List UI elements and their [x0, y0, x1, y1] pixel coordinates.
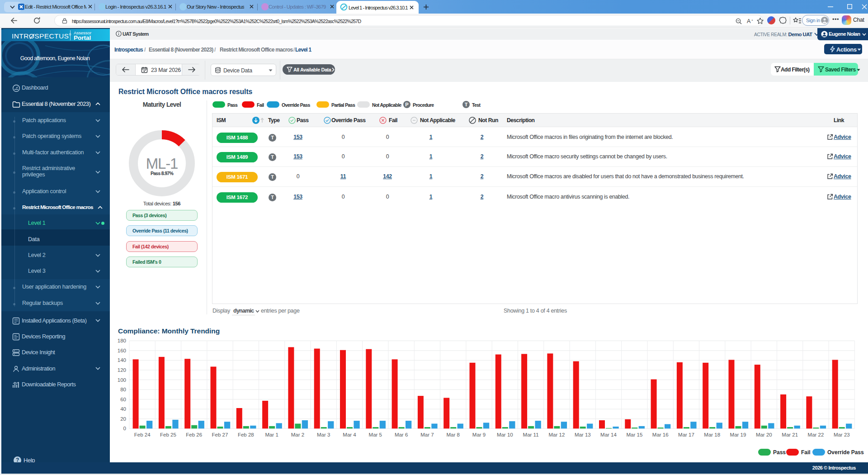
- svg-text:Mar 7: Mar 7: [420, 432, 434, 437]
- svg-text:Feb 26: Feb 26: [186, 432, 202, 437]
- svg-text:Mar 8: Mar 8: [446, 432, 459, 437]
- svg-text:Mar 11: Mar 11: [523, 432, 539, 437]
- svg-text:Feb 27: Feb 27: [212, 432, 228, 437]
- svg-text:Mar 4: Mar 4: [343, 432, 356, 437]
- svg-text:40: 40: [120, 406, 126, 412]
- svg-text:20: 20: [120, 416, 126, 422]
- svg-text:60: 60: [120, 397, 126, 402]
- svg-text:Mar 21: Mar 21: [782, 432, 798, 437]
- svg-text:Mar 19: Mar 19: [730, 432, 746, 437]
- svg-text:160: 160: [118, 348, 126, 353]
- svg-text:120: 120: [118, 367, 126, 373]
- svg-text:Fail: Fail: [801, 449, 811, 456]
- svg-text:Mar 9: Mar 9: [472, 432, 486, 437]
- svg-text:Mar 17: Mar 17: [678, 432, 694, 437]
- svg-text:180: 180: [118, 338, 126, 343]
- svg-text:140: 140: [118, 357, 126, 363]
- svg-text:Mar 23: Mar 23: [834, 432, 850, 437]
- svg-text:100: 100: [118, 377, 126, 383]
- svg-text:Mar 12: Mar 12: [549, 432, 565, 437]
- svg-text:80: 80: [120, 387, 126, 392]
- svg-text:Mar 2: Mar 2: [291, 432, 304, 437]
- svg-text:Mar 16: Mar 16: [652, 432, 669, 437]
- svg-text:Mar 18: Mar 18: [704, 432, 720, 437]
- svg-text:Mar 22: Mar 22: [808, 432, 824, 437]
- svg-text:Mar 1: Mar 1: [265, 432, 278, 437]
- svg-text:Mar 15: Mar 15: [627, 432, 643, 437]
- svg-text:Mar 6: Mar 6: [395, 432, 408, 437]
- svg-text:Mar 13: Mar 13: [575, 432, 591, 437]
- svg-text:Mar 20: Mar 20: [756, 432, 772, 437]
- svg-text:Mar 10: Mar 10: [497, 432, 513, 437]
- svg-text:Pass: Pass: [773, 449, 786, 456]
- svg-text:Feb 24: Feb 24: [134, 432, 151, 437]
- svg-text:Feb 28: Feb 28: [238, 432, 254, 437]
- svg-text:Mar 5: Mar 5: [369, 432, 382, 437]
- svg-text:Mar 14: Mar 14: [600, 432, 617, 437]
- svg-text:Feb 25: Feb 25: [160, 432, 176, 437]
- svg-text:Mar 3: Mar 3: [317, 432, 330, 437]
- svg-text:Override Pass: Override Pass: [827, 449, 864, 456]
- svg-text:0: 0: [123, 426, 126, 431]
